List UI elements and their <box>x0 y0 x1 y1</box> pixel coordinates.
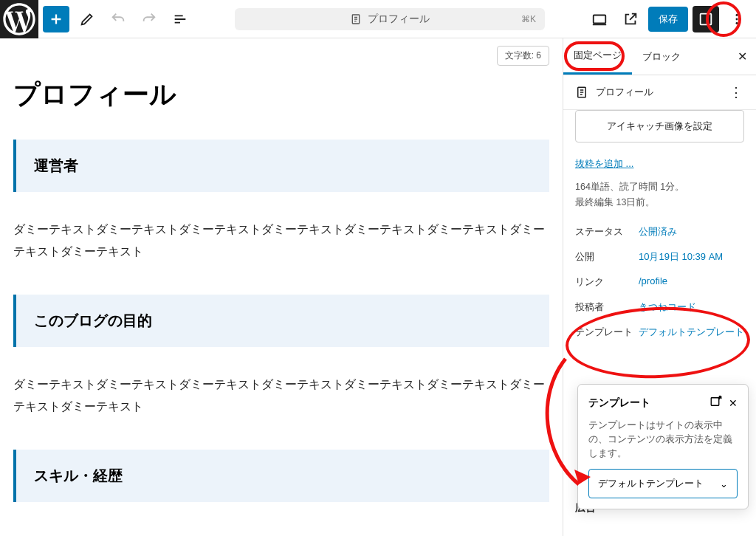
popover-close-button[interactable]: ✕ <box>729 397 738 409</box>
row-author: 投稿者きつねコード <box>563 295 756 320</box>
template-select-value: デフォルトテンプレート <box>598 477 704 490</box>
wordcount-badge: 文字数: 6 <box>497 46 549 66</box>
svg-rect-2 <box>701 13 712 24</box>
redo-button[interactable] <box>136 6 162 32</box>
settings-sidebar-toggle[interactable] <box>693 6 719 32</box>
row-status: ステータス公開済み <box>563 219 756 244</box>
page-actions-menu[interactable]: ⋮ <box>729 84 744 100</box>
row-link: リンク/profile <box>563 269 756 295</box>
page-name: プロフィール <box>596 86 653 99</box>
publish-value[interactable]: 10月19日 10:39 AM <box>639 250 744 264</box>
svg-point-5 <box>736 22 738 24</box>
svg-point-4 <box>736 18 738 20</box>
heading-block[interactable]: このブログの目的 <box>13 295 549 347</box>
link-value[interactable]: /profile <box>639 275 744 289</box>
row-template: テンプレートデフォルトテンプレート <box>563 320 756 345</box>
document-title: プロフィール <box>368 13 430 26</box>
wordpress-logo[interactable] <box>0 0 38 38</box>
document-outline-button[interactable] <box>167 6 193 32</box>
heading-block[interactable]: 運営者 <box>13 140 549 192</box>
author-value[interactable]: きつねコード <box>639 300 744 314</box>
page-title[interactable]: プロフィール <box>13 77 549 113</box>
close-sidebar-button[interactable]: ✕ <box>729 49 756 63</box>
template-select[interactable]: デフォルトテンプレート ⌄ <box>588 469 738 498</box>
tab-block[interactable]: ブロック <box>632 40 691 74</box>
chevron-down-icon: ⌄ <box>720 478 728 489</box>
page-icon <box>350 13 362 25</box>
view-button[interactable] <box>586 6 613 32</box>
more-options-button[interactable] <box>724 6 750 32</box>
external-link-button[interactable] <box>617 6 644 32</box>
sidebar-tabs: 固定ページ ブロック ✕ <box>563 38 756 75</box>
row-publish: 公開10月19日 10:39 AM <box>563 244 756 269</box>
page-icon <box>575 86 588 99</box>
paragraph-block[interactable]: ダミーテキストダミーテキストダミーテキストダミーテキストダミーテキストダミーテキ… <box>13 374 549 417</box>
svg-rect-7 <box>711 398 719 406</box>
undo-button[interactable] <box>105 6 131 32</box>
heading-block[interactable]: スキル・経歴 <box>13 450 549 502</box>
popover-description: テンプレートはサイトの表示中の、コンテンツの表示方法を定義します。 <box>588 419 738 460</box>
meta-wordcount: 164単語、読了時間 1分。 <box>563 181 756 196</box>
topbar-center: プロフィール ⌘K <box>198 8 582 30</box>
keyboard-shortcut: ⌘K <box>521 14 536 24</box>
add-excerpt-link[interactable]: 抜粋を追加 ... <box>563 154 756 181</box>
edit-mode-button[interactable] <box>74 6 100 32</box>
save-button[interactable]: 保存 <box>648 7 688 32</box>
document-title-pill[interactable]: プロフィール ⌘K <box>235 8 545 30</box>
svg-rect-1 <box>594 15 606 23</box>
editor-canvas[interactable]: 文字数: 6 プロフィール 運営者 ダミーテキストダミーテキストダミーテキストダ… <box>0 38 563 536</box>
page-summary-row: プロフィール ⋮ <box>563 75 756 110</box>
meta-last-edit: 最終編集 13日前。 <box>563 196 756 219</box>
svg-point-3 <box>736 14 738 16</box>
paragraph-block[interactable]: ダミーテキストダミーテキストダミーテキストダミーテキストダミーテキストダミーテキ… <box>13 219 549 262</box>
tab-page[interactable]: 固定ページ <box>563 38 632 75</box>
set-featured-image-button[interactable]: アイキャッチ画像を設定 <box>575 110 744 142</box>
add-block-button[interactable] <box>43 6 69 32</box>
template-popover: テンプレート ✕ テンプレートはサイトの表示中の、コンテンツの表示方法を定義しま… <box>577 384 749 509</box>
popover-title: テンプレート <box>588 396 704 410</box>
template-value[interactable]: デフォルトテンプレート <box>639 326 744 339</box>
editor-topbar: プロフィール ⌘K 保存 <box>0 0 756 38</box>
status-value[interactable]: 公開済み <box>639 225 744 238</box>
new-template-icon[interactable] <box>709 395 723 411</box>
